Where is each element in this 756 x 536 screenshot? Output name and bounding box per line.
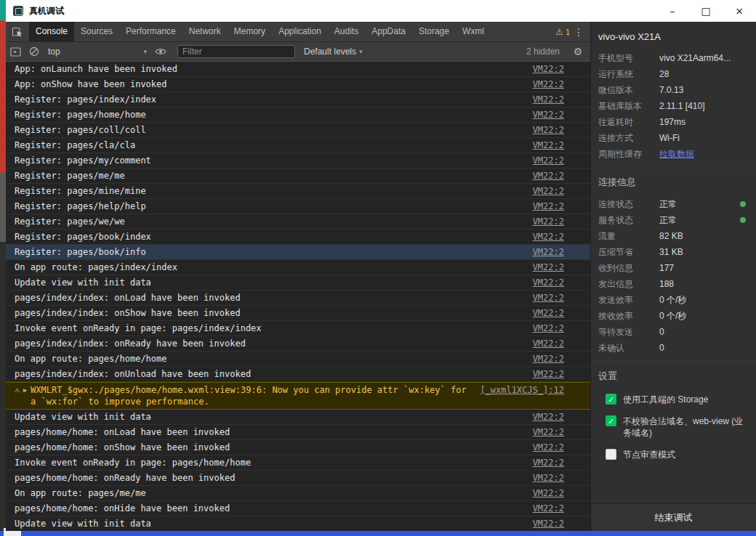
console-log-row[interactable]: Update view with init dataVM22:2 — [6, 516, 590, 531]
console-log-row[interactable]: pages/index/index: onShow have been invo… — [6, 306, 590, 321]
warning-icon: ⚠ — [555, 27, 563, 37]
source-link[interactable]: VM22:2 — [533, 503, 564, 514]
console-settings-gear-icon[interactable]: ⚙ — [568, 46, 587, 57]
minimize-button[interactable]: – — [656, 0, 689, 22]
tab-network[interactable]: Network — [182, 22, 228, 41]
console-log-row[interactable]: Register: pages/we/weVM22:2 — [6, 214, 590, 230]
console-log-row[interactable]: pages/home/home: onReady have been invok… — [6, 471, 590, 486]
console-log-row[interactable]: pages/home/home: onShow have been invoke… — [6, 440, 590, 455]
close-button[interactable]: × — [723, 0, 756, 22]
source-link[interactable]: VM22:2 — [533, 307, 564, 319]
checkbox-checked-icon[interactable]: ✓ — [606, 394, 616, 405]
console-log-row[interactable]: Register: pages/coll/collVM22:2 — [6, 123, 590, 138]
source-link[interactable]: VM22:2 — [533, 292, 564, 304]
live-expression-eye-icon[interactable] — [151, 42, 170, 61]
console-log-row[interactable]: pages/home/home: onLoad have been invoke… — [6, 425, 590, 440]
source-link[interactable]: VM22:2 — [533, 216, 564, 227]
console-log-row[interactable]: Register: pages/cla/claVM22:2 — [6, 138, 590, 153]
maximize-button[interactable]: □ — [689, 0, 723, 22]
console-log-row[interactable]: On app route: pages/index/indexVM22:2 — [6, 260, 590, 275]
console-log-row[interactable]: Update view with init dataVM22:2 — [6, 275, 590, 291]
source-link[interactable]: VM22:2 — [533, 472, 564, 484]
console-log-row[interactable]: Register: pages/my/commentVM22:2 — [6, 153, 590, 168]
source-link[interactable]: VM22:2 — [533, 442, 564, 453]
source-link[interactable]: VM22:2 — [533, 518, 564, 529]
log-levels-select[interactable]: Default levels ▾ — [304, 46, 363, 57]
console-sidebar-toggle-icon[interactable] — [6, 42, 25, 61]
tab-console[interactable]: Console — [29, 22, 74, 41]
console-log-row[interactable]: pages/home/home: onHide have been invoke… — [6, 501, 590, 516]
desktop-edge-strip — [0, 0, 6, 531]
devtools-menu-icon[interactable]: ⋮ — [570, 26, 587, 38]
source-link[interactable]: VM22:2 — [533, 487, 564, 499]
windows-taskbar — [0, 531, 756, 536]
source-link[interactable]: VM22:2 — [533, 338, 564, 349]
info-value: 28 — [659, 69, 669, 79]
console-log-row[interactable]: On app route: pages/home/homeVM22:2 — [6, 352, 590, 367]
source-link[interactable]: VM22:2 — [533, 426, 564, 438]
tab-audits[interactable]: Audits — [328, 22, 365, 41]
expand-arrow-icon[interactable]: ▶ — [23, 384, 27, 396]
console-log-row[interactable]: Invoke event onReady in page: pages/inde… — [6, 321, 590, 336]
info-value: 正常 — [659, 214, 677, 227]
console-warning-badge[interactable]: ⚠ 1 — [555, 27, 570, 37]
source-link[interactable]: VM22:2 — [533, 246, 564, 258]
tab-application[interactable]: Application — [272, 22, 328, 41]
end-debug-button[interactable]: 结束调试 — [591, 503, 756, 531]
console-log-row[interactable]: Register: pages/me/meVM22:2 — [6, 168, 590, 184]
source-link[interactable]: VM22:2 — [533, 322, 564, 334]
tab-wxml[interactable]: Wxml — [456, 22, 491, 41]
filter-input[interactable] — [177, 45, 295, 58]
console-warning-row[interactable]: ⚠▶WXMLRT_$gwx:./pages/home/home.wxml:vie… — [6, 382, 590, 410]
source-link[interactable]: VM22:2 — [533, 170, 564, 182]
console-log-row[interactable]: Update view with init dataVM22:2 — [6, 410, 590, 425]
settings-option[interactable]: 节点审查模式 — [591, 444, 756, 466]
inspect-element-icon[interactable] — [6, 22, 29, 41]
source-link[interactable]: VM22:2 — [533, 457, 564, 468]
source-link[interactable]: VM22:2 — [533, 78, 564, 90]
source-link[interactable]: VM22:2 — [533, 277, 564, 288]
source-link[interactable]: VM22:2 — [533, 109, 564, 121]
console-log-row[interactable]: Invoke event onReady in page: pages/home… — [6, 455, 590, 471]
console-log-row[interactable]: Register: pages/book/infoVM22:2 — [6, 245, 590, 260]
settings-options-list: ✓使用工具端的 Storage✓不校验合法域名、web-view (业务域名)节… — [591, 389, 756, 466]
console-log-row[interactable]: Register: pages/index/indexVM22:2 — [6, 92, 590, 107]
source-link[interactable]: VM22:2 — [533, 261, 564, 273]
source-link[interactable]: VM22:2 — [533, 124, 564, 136]
console-log-row[interactable]: Register: pages/mine/mineVM22:2 — [6, 184, 590, 199]
tab-memory[interactable]: Memory — [228, 22, 272, 41]
source-link[interactable]: VM22:2 — [533, 231, 564, 243]
source-link[interactable]: [_wxml1XCJS_]:12 — [480, 384, 564, 396]
checkbox-checked-icon[interactable]: ✓ — [606, 415, 616, 426]
console-log-row[interactable]: pages/index/index: onLoad have been invo… — [6, 291, 590, 306]
clear-console-icon[interactable] — [25, 42, 44, 61]
console-log-row[interactable]: Register: pages/home/homeVM22:2 — [6, 107, 590, 123]
source-link[interactable]: VM22:2 — [533, 353, 564, 365]
settings-option[interactable]: ✓不校验合法域名、web-view (业务域名) — [591, 410, 756, 444]
source-link[interactable]: VM22:2 — [533, 185, 564, 197]
info-value-link[interactable]: 拉取数据 — [659, 148, 694, 161]
tab-storage[interactable]: Storage — [412, 22, 456, 41]
console-log-row[interactable]: pages/index/index: onUnload have been in… — [6, 367, 590, 382]
source-link[interactable]: VM22:2 — [533, 411, 564, 423]
tab-sources[interactable]: Sources — [74, 22, 119, 41]
console-log-row[interactable]: App: onShow have been invokedVM22:2 — [6, 77, 590, 92]
source-link[interactable]: VM22:2 — [533, 94, 564, 105]
source-link[interactable]: VM22:2 — [533, 139, 564, 151]
source-link[interactable]: VM22:2 — [533, 155, 564, 166]
console-log-row[interactable]: Register: pages/book/indexVM22:2 — [6, 230, 590, 245]
checkbox-unchecked-icon[interactable] — [606, 449, 616, 460]
source-link[interactable]: VM22:2 — [533, 200, 564, 212]
console-log-row[interactable]: App: onLaunch have been invokedVM22:2 — [6, 62, 590, 77]
console-log-row[interactable]: On app route: pages/me/meVM22:2 — [6, 486, 590, 501]
log-message: pages/home/home: onLoad have been invoke… — [15, 426, 523, 438]
tab-performance[interactable]: Performance — [119, 22, 182, 41]
console-log-row[interactable]: pages/index/index: onReady have been inv… — [6, 336, 590, 352]
execution-context-select[interactable]: top ▾ — [44, 46, 151, 57]
tab-appdata[interactable]: AppData — [365, 22, 412, 41]
source-link[interactable]: VM22:2 — [533, 63, 564, 75]
source-link[interactable]: VM22:2 — [533, 368, 564, 380]
console-log-row[interactable]: Register: pages/help/helpVM22:2 — [6, 199, 590, 214]
log-message: pages/index/index: onReady have been inv… — [15, 338, 523, 349]
settings-option[interactable]: ✓使用工具端的 Storage — [591, 389, 756, 410]
